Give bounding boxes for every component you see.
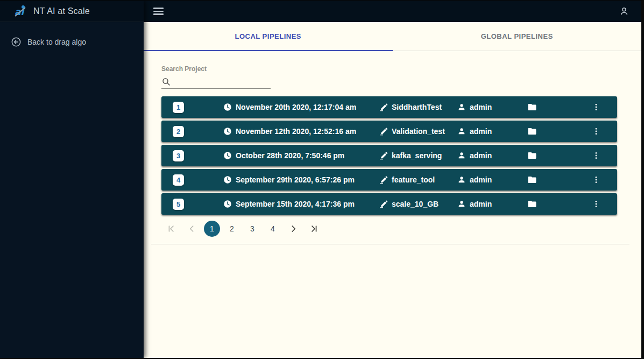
row-index-badge: 4 bbox=[173, 174, 184, 186]
kebab-menu-icon[interactable] bbox=[592, 126, 600, 136]
clock-icon bbox=[223, 175, 232, 184]
app-window: ai NT AI at Scale Back to drag algo bbox=[0, 0, 644, 359]
row-project-name: feature_tool bbox=[392, 175, 435, 184]
row-owner: admin bbox=[470, 175, 492, 184]
row-date: September 15th 2020, 4:17:36 pm bbox=[236, 200, 355, 208]
menu-icon[interactable] bbox=[153, 8, 164, 15]
row-index-badge: 2 bbox=[173, 126, 184, 137]
clock-icon bbox=[223, 103, 232, 111]
pipeline-row-2[interactable]: 2 November 12th 2020, 12:52:16 am Valida… bbox=[161, 121, 617, 142]
app-title: NT AI at Scale bbox=[33, 6, 90, 16]
person-icon bbox=[457, 127, 466, 136]
pipeline-row-3[interactable]: 3 October 28th 2020, 7:50:46 pm kafka_se… bbox=[161, 145, 617, 166]
row-index-badge: 3 bbox=[173, 150, 184, 161]
sidebar-item-back[interactable]: Back to drag algo bbox=[0, 32, 144, 52]
edit-icon bbox=[379, 127, 388, 136]
clock-icon bbox=[223, 200, 232, 208]
person-icon bbox=[457, 103, 466, 111]
row-owner: admin bbox=[470, 151, 492, 160]
search-block: Search Project bbox=[161, 65, 641, 89]
row-date: November 20th 2020, 12:17:04 am bbox=[236, 103, 356, 111]
edit-icon bbox=[379, 103, 388, 111]
pagination: 1 2 3 4 bbox=[163, 220, 641, 237]
row-owner: admin bbox=[470, 200, 492, 208]
logo-icon: ai bbox=[14, 5, 28, 18]
row-owner: admin bbox=[470, 103, 492, 111]
row-index-badge: 1 bbox=[173, 102, 184, 113]
pipelines-tabbar: LOCAL PIPELINES GLOBAL PIPELINES bbox=[144, 22, 641, 51]
row-date: November 12th 2020, 12:52:16 am bbox=[236, 127, 356, 136]
person-icon bbox=[457, 175, 466, 184]
row-date: October 28th 2020, 7:50:46 pm bbox=[236, 151, 344, 160]
kebab-menu-icon[interactable] bbox=[592, 102, 600, 112]
kebab-menu-icon[interactable] bbox=[592, 199, 600, 209]
search-input[interactable] bbox=[174, 78, 271, 87]
folder-icon[interactable] bbox=[527, 175, 537, 185]
row-project-name: Validation_test bbox=[392, 127, 445, 136]
tab-local-label: LOCAL PIPELINES bbox=[235, 32, 301, 40]
page-button-2[interactable]: 2 bbox=[223, 220, 240, 237]
page-button-3[interactable]: 3 bbox=[244, 220, 261, 237]
pipeline-row-4[interactable]: 4 September 29th 2020, 6:57:26 pm featur… bbox=[161, 169, 617, 191]
page-button-1[interactable]: 1 bbox=[204, 221, 220, 237]
edit-icon bbox=[379, 175, 388, 184]
tab-global-pipelines[interactable]: GLOBAL PIPELINES bbox=[393, 22, 642, 51]
arrow-circle-left-icon bbox=[11, 37, 22, 47]
next-page-button[interactable] bbox=[285, 220, 302, 237]
clock-icon bbox=[223, 151, 232, 160]
tab-local-pipelines[interactable]: LOCAL PIPELINES bbox=[144, 22, 393, 51]
search-label: Search Project bbox=[161, 65, 641, 73]
sidebar: ai NT AI at Scale Back to drag algo bbox=[0, 1, 144, 358]
search-field bbox=[161, 77, 271, 89]
search-icon bbox=[161, 77, 171, 87]
kebab-menu-icon[interactable] bbox=[592, 151, 600, 160]
first-page-button[interactable] bbox=[163, 220, 180, 237]
section-divider bbox=[151, 244, 629, 244]
person-icon bbox=[457, 200, 466, 208]
row-index-badge: 5 bbox=[173, 199, 184, 210]
kebab-menu-icon[interactable] bbox=[592, 175, 600, 185]
topbar bbox=[144, 1, 641, 22]
row-project-name: kafka_serving bbox=[392, 151, 442, 160]
content-area: LOCAL PIPELINES GLOBAL PIPELINES Search … bbox=[144, 22, 641, 358]
pipelines-table: 1 November 20th 2020, 12:17:04 am Siddha… bbox=[161, 96, 617, 215]
edit-icon bbox=[379, 151, 388, 160]
main-area: LOCAL PIPELINES GLOBAL PIPELINES Search … bbox=[144, 1, 641, 358]
row-date: September 29th 2020, 6:57:26 pm bbox=[236, 175, 355, 184]
row-project-name: SiddharthTest bbox=[392, 103, 442, 111]
pipeline-row-5[interactable]: 5 September 15th 2020, 4:17:36 pm scale_… bbox=[161, 193, 617, 215]
person-icon bbox=[457, 151, 466, 160]
user-account-icon[interactable] bbox=[619, 6, 629, 17]
active-tab-indicator bbox=[144, 50, 393, 51]
tab-global-label: GLOBAL PIPELINES bbox=[481, 32, 553, 40]
app-logo[interactable]: ai NT AI at Scale bbox=[0, 1, 144, 22]
row-owner: admin bbox=[470, 127, 492, 136]
last-page-button[interactable] bbox=[305, 220, 322, 237]
pipeline-row-1[interactable]: 1 November 20th 2020, 12:17:04 am Siddha… bbox=[161, 96, 617, 118]
row-project-name: scale_10_GB bbox=[392, 200, 438, 208]
back-item-label: Back to drag algo bbox=[27, 38, 86, 46]
folder-icon[interactable] bbox=[527, 199, 537, 209]
folder-icon[interactable] bbox=[527, 126, 537, 136]
folder-icon[interactable] bbox=[527, 151, 537, 160]
edit-icon bbox=[379, 200, 388, 208]
page-button-4[interactable]: 4 bbox=[264, 220, 281, 237]
folder-icon[interactable] bbox=[527, 102, 537, 112]
clock-icon bbox=[223, 127, 232, 136]
previous-page-button[interactable] bbox=[183, 220, 201, 237]
